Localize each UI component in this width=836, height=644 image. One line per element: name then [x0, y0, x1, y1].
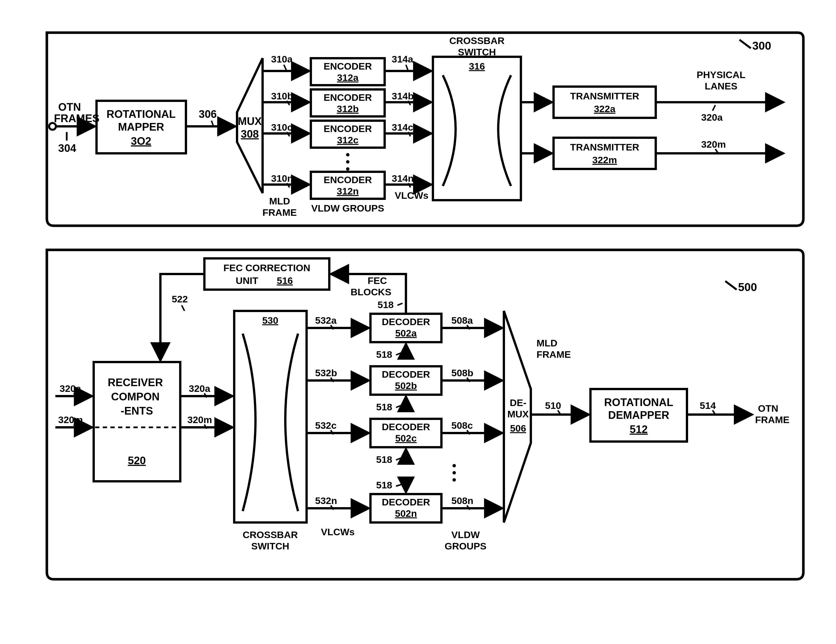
decoder-row-n: 532n DECODER 502n 508n [307, 494, 503, 523]
otn-frames-label: OTNFRAMES [54, 101, 100, 124]
lbl-514: 514 [700, 400, 716, 411]
vldw-groups-label-500: VLDWGROUPS [444, 529, 486, 551]
lbl-in-320m: 320m [58, 414, 83, 425]
svg-text:TRANSMITTER: TRANSMITTER [570, 142, 639, 152]
svg-text:532c: 532c [315, 420, 337, 431]
svg-text:310b: 310b [271, 91, 293, 101]
demapper-title: ROTATIONALDEMAPPER [604, 396, 673, 421]
svg-text:314n: 314n [392, 173, 414, 184]
lbl-518-n: 518 [376, 480, 392, 490]
svg-text:508c: 508c [451, 420, 473, 431]
svg-text:ENCODER: ENCODER [323, 174, 372, 185]
transmitter-a: TRANSMITTER 322a 320a [521, 87, 784, 123]
fec-title: FEC CORRECTIONUNIT [224, 262, 310, 286]
crossbar-530-left-arc [243, 333, 255, 511]
encoder-row-a: 310a ENCODER 312a 314a [263, 54, 431, 85]
lbl-mid-320a: 320a [189, 383, 211, 394]
fec-blocks-label: FECBLOCKS [351, 275, 392, 297]
svg-text:DECODER: DECODER [382, 497, 430, 507]
demux-title: DE-MUX [507, 397, 529, 419]
svg-text:508n: 508n [451, 495, 474, 506]
encoder-row-c: 310c ENCODER 312c 314c [263, 121, 431, 148]
svg-text:312n: 312n [337, 186, 359, 196]
svg-text:508a: 508a [451, 315, 473, 326]
vldw-groups-label: VLDW GROUPS [312, 203, 384, 214]
svg-text:310n: 310n [271, 173, 293, 184]
crossbar-530-right-arc [285, 333, 298, 511]
lbl-518-c: 518 [376, 454, 392, 465]
svg-text:502a: 502a [395, 328, 417, 338]
svg-point-21 [346, 153, 349, 157]
vlcws-label: VLCWs [395, 190, 429, 201]
transmitter-m: TRANSMITTER 322m 320m [521, 138, 784, 169]
svg-text:310c: 310c [271, 122, 293, 132]
svg-text:ENCODER: ENCODER [323, 61, 372, 72]
receiver-ref: 520 [128, 454, 145, 466]
svg-text:532a: 532a [315, 315, 337, 326]
mux-ref: 308 [241, 128, 259, 140]
lbl-522: 522 [172, 294, 188, 304]
demapper-ref: 512 [630, 423, 648, 435]
mld-frame-label: MLDFRAME [263, 196, 297, 218]
svg-text:DECODER: DECODER [382, 369, 430, 380]
svg-text:ENCODER: ENCODER [323, 123, 372, 134]
svg-text:322m: 322m [593, 154, 617, 165]
lbl-518-b: 518 [376, 402, 392, 412]
svg-text:314a: 314a [392, 54, 414, 64]
svg-text:532b: 532b [315, 368, 337, 378]
demux-ref: 506 [510, 423, 526, 433]
svg-text:320a: 320a [701, 112, 723, 123]
svg-text:314c: 314c [392, 122, 413, 132]
svg-text:502b: 502b [395, 380, 417, 391]
otn-frame-label: OTNFRAME [755, 403, 789, 425]
fig300-id-arrow [740, 40, 751, 48]
svg-text:ENCODER: ENCODER [323, 92, 372, 103]
svg-text:532n: 532n [315, 495, 337, 506]
svg-text:312a: 312a [337, 72, 359, 83]
svg-point-65 [452, 471, 456, 474]
ellipsis-decoders [452, 464, 456, 482]
crossbar-530-title: CROSSBARSWITCH [243, 529, 298, 551]
svg-text:508b: 508b [451, 368, 474, 378]
crossbar-316-right-arc [498, 75, 511, 186]
svg-text:TRANSMITTER: TRANSMITTER [570, 91, 639, 101]
svg-point-64 [452, 464, 456, 467]
encoder-row-b: 310b ENCODER 312b 314b [263, 90, 431, 116]
fig500-id-arrow [725, 281, 736, 289]
svg-point-66 [452, 478, 456, 482]
receiver-title: RECEIVER COMPON -ENTS [108, 376, 166, 417]
svg-text:DECODER: DECODER [382, 422, 430, 432]
crossbar-316-left-arc [443, 75, 456, 186]
mld-frame-label-500: MLDFRAME [537, 338, 571, 360]
svg-point-22 [346, 160, 349, 163]
lbl-304: 304 [58, 142, 76, 154]
rotational-mapper-title: ROTATIONALMAPPER [106, 108, 175, 133]
mux-title: MUX [238, 115, 262, 127]
lbl-518-top: 518 [377, 299, 394, 310]
crossbar-316-title: CROSSBARSWITCH [449, 35, 505, 57]
svg-point-23 [346, 167, 349, 171]
decoder-row-a: 532a DECODER 502a 508a [307, 314, 503, 342]
lbl-510: 510 [545, 400, 561, 411]
lbl-518-a: 518 [376, 349, 392, 360]
svg-text:312c: 312c [337, 135, 359, 145]
fec-ref: 516 [277, 275, 293, 286]
decoder-row-b: 532b DECODER 502b 508b [307, 366, 503, 395]
svg-text:312b: 312b [337, 103, 359, 114]
rotational-mapper-ref: 3O2 [131, 135, 151, 147]
ellipsis-encoders [346, 153, 349, 171]
svg-text:502n: 502n [395, 508, 417, 519]
decoder-row-c: 532c DECODER 502c 508c [307, 419, 503, 447]
svg-text:502c: 502c [395, 433, 417, 443]
svg-text:310a: 310a [271, 54, 293, 64]
lbl-mid-320m: 320m [187, 414, 212, 425]
crossbar-530-ref: 530 [262, 315, 279, 326]
wire-522 [160, 274, 204, 361]
svg-text:320m: 320m [701, 139, 726, 150]
fig500-id: 500 [738, 281, 757, 293]
crossbar-316-ref: 316 [469, 61, 485, 72]
fig300-id: 300 [752, 39, 771, 52]
svg-text:314b: 314b [392, 91, 414, 101]
physical-lanes-label: PHYSICALLANES [697, 69, 745, 92]
lbl-306: 306 [199, 108, 217, 120]
